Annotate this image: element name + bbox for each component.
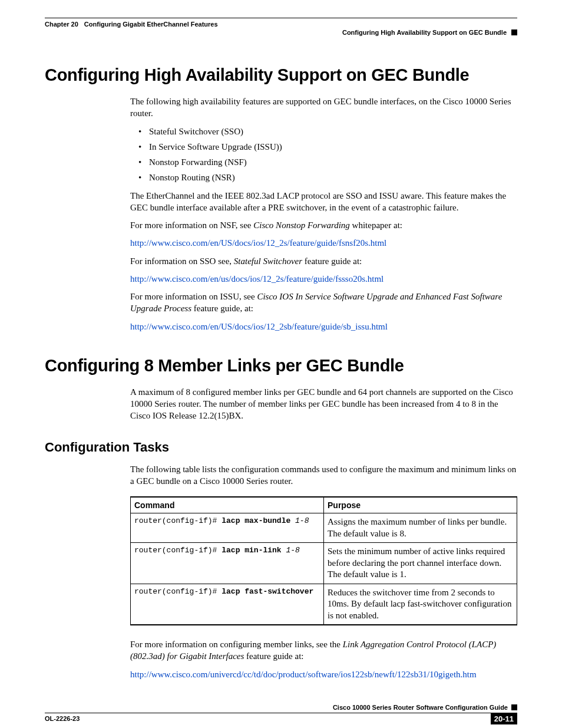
col-command: Command [131, 497, 324, 513]
sso-link[interactable]: http://www.cisco.com/en/us/docs/ios/12_2… [130, 274, 384, 284]
list-item: Stateful Switchover (SSO) [130, 126, 517, 137]
tasks-intro: The following table lists the configurat… [130, 463, 517, 487]
footer-guide-title: Cisco 10000 Series Router Software Confi… [333, 704, 508, 711]
section2-subheading: Configuration Tasks [45, 440, 517, 455]
table-row: router(config-if)# lacp fast-switchover … [131, 584, 517, 625]
section1-heading: Configuring High Availability Support on… [45, 65, 517, 85]
header-marker-icon [511, 29, 517, 35]
table-row: router(config-if)# lacp min-link 1-8 Set… [131, 543, 517, 584]
paragraph: For more information on configuring memb… [130, 638, 517, 663]
cell-purpose: Assigns the maximum number of links per … [324, 513, 517, 543]
cell-purpose: Sets the minimum number of active links … [324, 543, 517, 584]
command-table: Command Purpose router(config-if)# lacp … [130, 496, 517, 625]
paragraph: For more information on NSF, see Cisco N… [130, 219, 517, 231]
footer-marker-icon [511, 704, 517, 710]
col-purpose: Purpose [324, 497, 517, 513]
section2-heading: Configuring 8 Member Links per GEC Bundl… [45, 356, 517, 375]
list-item: Nonstop Forwarding (NSF) [130, 156, 517, 168]
list-item: Nonstop Routing (NSR) [130, 172, 517, 183]
paragraph: For information on SSO see, Stateful Swi… [130, 255, 517, 267]
doc-id: OL-2226-23 [45, 715, 80, 722]
page-footer: Cisco 10000 Series Router Software Confi… [45, 704, 517, 724]
feature-list: Stateful Switchover (SSO) In Service Sof… [130, 126, 517, 184]
cell-purpose: Reduces the switchover time from 2 secon… [324, 584, 517, 625]
chapter-title: Configuring Gigabit EtherChannel Feature… [84, 21, 218, 28]
lacp-link[interactable]: http://www.cisco.com/univercd/cc/td/doc/… [130, 670, 477, 679]
list-item: In Service Software Upgrade (ISSU)) [130, 141, 517, 153]
paragraph: For more information on ISSU, see Cisco … [130, 291, 517, 315]
nsf-link[interactable]: http://www.cisco.com/en/US/docs/ios/12_2… [130, 238, 386, 248]
section-header-row: Configuring High Availability Support on… [45, 29, 517, 36]
chapter-label: Chapter 20 [45, 21, 78, 28]
section2-intro: A maximum of 8 configured member links p… [130, 386, 517, 422]
paragraph: The EtherChannel and the IEEE 802.3ad LA… [130, 190, 517, 214]
table-row: router(config-if)# lacp max-bundle 1-8 A… [131, 513, 517, 543]
page-number: 20-11 [491, 713, 517, 724]
section-header: Configuring High Availability Support on… [342, 29, 507, 36]
issu-link[interactable]: http://www.cisco.com/en/US/docs/ios/12_2… [130, 322, 388, 331]
running-header: Chapter 20 Configuring Gigabit EtherChan… [45, 18, 517, 28]
section1-intro: The following high availability features… [130, 95, 517, 120]
